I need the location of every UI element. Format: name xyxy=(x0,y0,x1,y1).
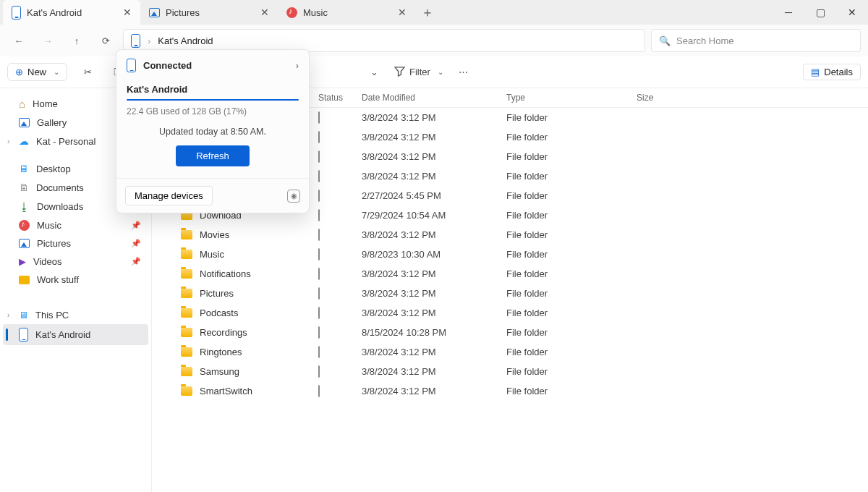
tab-kats-android[interactable]: Kat's Android ✕ xyxy=(3,0,140,25)
table-row[interactable]: Samsung3/8/2024 3:12 PMFile folder xyxy=(152,362,868,381)
folder-icon xyxy=(181,386,192,396)
status-icon xyxy=(318,268,320,280)
file-date: 3/8/2024 3:12 PM xyxy=(362,112,506,123)
status-icon xyxy=(318,131,320,143)
file-type: File folder xyxy=(506,268,637,279)
table-row[interactable]: Notifications3/8/2024 3:12 PMFile folder xyxy=(152,264,868,284)
table-row[interactable]: Movies3/8/2024 3:12 PMFile folder xyxy=(152,225,868,245)
status-icon xyxy=(318,248,320,260)
file-type: File folder xyxy=(506,151,637,162)
videos-icon: ▶ xyxy=(19,256,26,267)
folder-icon xyxy=(181,230,192,239)
new-button[interactable]: ⊕ New ⌄ xyxy=(7,63,67,81)
close-icon[interactable]: ✕ xyxy=(260,7,269,18)
file-type: File folder xyxy=(506,308,637,318)
sidebar-item-videos[interactable]: ▶Videos📌 xyxy=(3,253,148,271)
folder-icon xyxy=(181,289,192,298)
file-date: 3/8/2024 3:12 PM xyxy=(362,288,506,299)
file-type: File folder xyxy=(506,132,637,143)
table-row[interactable]: Recordings8/15/2024 10:28 PMFile folder xyxy=(152,323,868,342)
phone-icon xyxy=(12,6,21,20)
sidebar-label: This PC xyxy=(35,310,69,321)
filter-button[interactable]: Filter ⌄ xyxy=(394,66,443,79)
file-type: File folder xyxy=(506,190,637,201)
camera-icon[interactable]: ◉ xyxy=(287,190,300,203)
maximize-button[interactable]: ▢ xyxy=(804,0,836,25)
status-icon xyxy=(318,111,320,124)
popup-body: Kat's Android 22.4 GB used of 128 GB (17… xyxy=(116,81,309,178)
table-row[interactable]: Pictures3/8/2024 3:12 PMFile folder xyxy=(152,284,868,303)
new-label: New xyxy=(27,67,46,77)
search-input[interactable]: 🔍 Search Home xyxy=(651,29,861,52)
home-icon: ⌂ xyxy=(19,98,25,110)
chevron-down-icon: ⌄ xyxy=(438,68,443,76)
refresh-nav-button[interactable]: ⟳ xyxy=(94,29,117,52)
filter-label: Filter xyxy=(409,67,430,77)
device-popup: Connected › Kat's Android 22.4 GB used o… xyxy=(116,49,310,213)
back-button[interactable]: ← xyxy=(7,29,30,52)
popup-footer: Manage devices ◉ xyxy=(116,178,309,213)
cloud-icon: ☁ xyxy=(19,135,29,147)
file-name: Ringtones xyxy=(200,347,242,357)
table-row[interactable]: Podcasts3/8/2024 3:12 PMFile folder xyxy=(152,303,868,323)
file-type: File folder xyxy=(506,327,637,338)
phone-icon xyxy=(131,34,140,48)
popup-header[interactable]: Connected › xyxy=(116,50,309,81)
manage-devices-button[interactable]: Manage devices xyxy=(125,186,213,205)
chevron-right-icon[interactable]: › xyxy=(7,137,9,145)
file-type: File folder xyxy=(506,347,637,357)
cut-button[interactable]: ✂ xyxy=(77,62,98,82)
sidebar-item-thispc[interactable]: ›🖥This PC xyxy=(3,306,148,324)
pin-icon[interactable]: 📌 xyxy=(131,257,141,266)
breadcrumb-current[interactable]: Kat's Android xyxy=(158,35,213,46)
desktop-icon: 🖥 xyxy=(19,163,29,174)
tab-pictures[interactable]: Pictures ✕ xyxy=(140,0,278,25)
col-header-type[interactable]: Type xyxy=(506,93,637,103)
col-header-size[interactable]: Size xyxy=(637,93,709,103)
pin-icon[interactable]: 📌 xyxy=(131,221,141,230)
sidebar-label: Kat - Personal xyxy=(36,136,95,147)
storage-bar xyxy=(127,99,299,101)
sidebar-item-device[interactable]: Kat's Android xyxy=(3,324,148,345)
add-tab-button[interactable]: ＋ xyxy=(415,0,440,25)
music-icon xyxy=(19,220,30,231)
table-row[interactable]: Ringtones3/8/2024 3:12 PMFile folder xyxy=(152,342,868,362)
close-icon[interactable]: ✕ xyxy=(123,7,132,18)
more-button[interactable]: ⋯ xyxy=(454,62,474,82)
table-row[interactable]: Music9/8/2023 10:30 AMFile folder xyxy=(152,245,868,264)
col-header-status[interactable]: Status xyxy=(318,93,362,103)
sidebar-item-music[interactable]: Music📌 xyxy=(3,216,148,234)
file-type: File folder xyxy=(506,386,637,396)
file-date: 3/8/2024 3:12 PM xyxy=(362,386,506,396)
file-name: SmartSwitch xyxy=(200,386,252,396)
sidebar-label: Desktop xyxy=(36,164,71,174)
refresh-button[interactable]: Refresh xyxy=(176,145,250,166)
minimize-button[interactable]: ─ xyxy=(773,0,804,25)
chevron-right-icon[interactable]: › xyxy=(7,311,9,319)
file-date: 3/8/2024 3:12 PM xyxy=(362,347,506,357)
forward-button[interactable]: → xyxy=(36,29,59,52)
file-name: Samsung xyxy=(200,366,239,377)
pin-icon[interactable]: 📌 xyxy=(131,239,141,248)
connected-label: Connected xyxy=(143,60,192,71)
close-icon[interactable]: ✕ xyxy=(398,7,407,18)
folder-icon xyxy=(181,269,192,279)
close-window-button[interactable]: ✕ xyxy=(836,0,868,25)
status-icon xyxy=(318,229,320,241)
sidebar-item-work[interactable]: Work stuff xyxy=(3,271,148,289)
tab-label: Kat's Android xyxy=(27,7,82,18)
details-button[interactable]: ▤ Details xyxy=(803,64,861,80)
table-row[interactable]: SmartSwitch3/8/2024 3:12 PMFile folder xyxy=(152,381,868,401)
folder-icon xyxy=(181,250,192,259)
status-icon xyxy=(318,190,320,202)
sidebar-item-pictures[interactable]: Pictures📌 xyxy=(3,234,148,253)
sort-chevron[interactable]: ⌄ xyxy=(364,62,384,82)
col-header-date[interactable]: Date Modified xyxy=(362,93,506,103)
file-date: 8/15/2024 10:28 PM xyxy=(362,327,506,338)
tab-music[interactable]: Music ✕ xyxy=(278,0,415,25)
up-button[interactable]: ↑ xyxy=(65,29,88,52)
chevron-right-icon: › xyxy=(148,35,150,46)
file-name: Pictures xyxy=(200,288,234,299)
chevron-right-icon: › xyxy=(296,60,299,71)
documents-icon: 🗎 xyxy=(19,182,29,193)
